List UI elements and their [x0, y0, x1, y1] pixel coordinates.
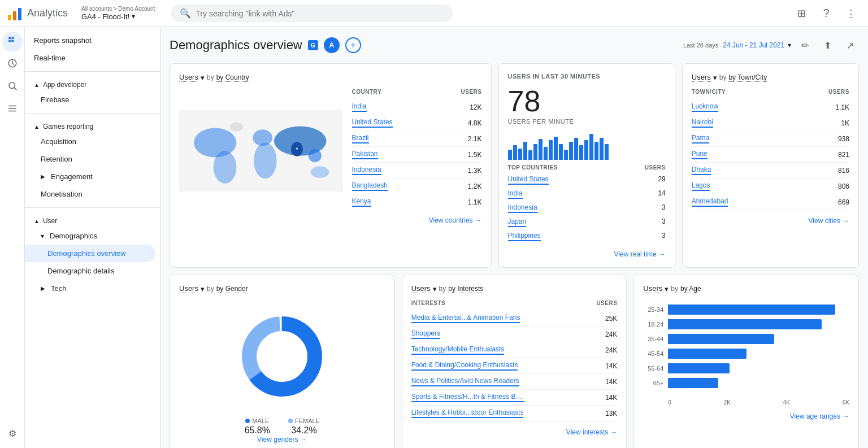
- expand-button[interactable]: ↗: [841, 36, 859, 54]
- age-label: 18-24: [643, 321, 663, 328]
- realtime-country[interactable]: Indonesia: [508, 203, 537, 213]
- town-table-row: Nairobi1K: [692, 115, 849, 131]
- nav-group-user[interactable]: ▲ User: [25, 212, 160, 227]
- svg-rect-3: [8, 37, 11, 39]
- town-name[interactable]: Dhaka: [692, 166, 711, 175]
- sidebar-item-reports-snapshot[interactable]: Reports snapshot: [25, 32, 160, 49]
- more-vert-button[interactable]: ⋮: [841, 3, 861, 24]
- country-name[interactable]: Pakistan: [352, 150, 378, 159]
- country-dimension-label[interactable]: by Country: [216, 73, 249, 82]
- nav-group-app-developer[interactable]: ▲ App developer: [25, 76, 160, 91]
- sidebar-nav: Reports snapshot Real-time ▲ App develop…: [25, 27, 160, 448]
- sidebar-item-engagement[interactable]: ▶ Engagement: [25, 168, 160, 185]
- help-icon-button[interactable]: ?: [816, 3, 836, 24]
- view-genders-link[interactable]: View genders →: [257, 436, 307, 443]
- country-table: COUNTRY USERS India12KUnited States4.8KB…: [352, 89, 482, 224]
- town-name[interactable]: Patna: [692, 134, 709, 143]
- sidebar-item-demographics[interactable]: ▾ Demographics: [25, 227, 160, 245]
- age-bar-row: 45-54: [643, 349, 849, 359]
- age-dimension-label[interactable]: by Age: [680, 285, 701, 293]
- sidebar-icon-list[interactable]: [2, 99, 23, 120]
- country-name[interactable]: Bangladesh: [352, 181, 388, 191]
- town-name[interactable]: Nairobi: [692, 118, 713, 128]
- town-val: 1.1K: [835, 103, 849, 111]
- gender-male-legend: MALE 65.8%: [245, 417, 270, 436]
- sidebar-icon-realtime[interactable]: [2, 54, 23, 75]
- mini-bar: [579, 145, 583, 160]
- interest-name[interactable]: Technology/Mobile Enthusiasts: [411, 345, 505, 355]
- country-name[interactable]: Indonesia: [352, 166, 381, 175]
- town-name[interactable]: Lucknow: [692, 102, 718, 112]
- share-button[interactable]: ⬆: [818, 36, 836, 54]
- cards-row-1: Users ▾ by by Country: [170, 63, 859, 268]
- gender-users-label[interactable]: Users: [179, 284, 198, 293]
- mini-bar: [589, 134, 593, 160]
- search-bar[interactable]: 🔍: [171, 5, 453, 22]
- sidebar-item-tech[interactable]: ▶ Tech: [25, 280, 160, 297]
- nav-divider-2: [25, 113, 160, 114]
- interest-name[interactable]: Shoppers: [411, 329, 440, 339]
- sidebar-item-demographic-details[interactable]: Demographic details: [25, 262, 160, 280]
- svg-rect-0: [8, 15, 11, 20]
- interests-dimension-label[interactable]: by Interests: [448, 285, 483, 293]
- realtime-country[interactable]: Philippines: [508, 232, 541, 241]
- interest-name[interactable]: Sports & Fitness/H...th & Fitness Buffs: [411, 393, 524, 402]
- view-countries-link[interactable]: View countries →: [352, 216, 482, 224]
- gender-dimension-label[interactable]: by Gender: [216, 285, 248, 293]
- interests-users-label[interactable]: Users: [411, 284, 431, 293]
- town-name[interactable]: Ahmedabad: [692, 197, 728, 207]
- grid-icon-button[interactable]: ⊞: [791, 3, 811, 24]
- view-age-ranges-link[interactable]: View age ranges →: [643, 412, 849, 420]
- realtime-country[interactable]: United States: [508, 175, 549, 185]
- age-axis-label: 2K: [724, 399, 731, 406]
- country-users-label[interactable]: Users: [179, 73, 198, 82]
- add-comparison-button[interactable]: +: [345, 37, 361, 53]
- mini-bar: [584, 140, 588, 160]
- sidebar-item-demographics-overview[interactable]: Demographics overview: [25, 245, 155, 262]
- date-range-picker[interactable]: 24 Jun - 21 Jul 2021 ▾: [723, 41, 791, 49]
- interest-name[interactable]: Food & Dining/Cooking Enthusiasts: [411, 361, 518, 371]
- nav-group-games-reporting[interactable]: ▲ Games reporting: [25, 118, 160, 133]
- interest-name[interactable]: Media & Entertai...& Animation Fans: [411, 314, 520, 323]
- sidebar-item-monetisation[interactable]: Monetisation: [25, 185, 160, 203]
- town-name[interactable]: Pune: [692, 150, 708, 159]
- town-card-arrow: ▾: [713, 73, 717, 82]
- search-input[interactable]: [196, 9, 444, 18]
- account-info[interactable]: All accounts > Demo Account GA4 - Flood-…: [81, 6, 155, 21]
- world-map: [179, 89, 343, 224]
- view-interests-link[interactable]: View interests →: [411, 428, 618, 436]
- engagement-expand-arrow: ▶: [41, 173, 45, 180]
- sidebar-icon-search[interactable]: [2, 77, 23, 97]
- town-users-label[interactable]: Users: [692, 73, 711, 82]
- country-name[interactable]: Brazil: [352, 134, 369, 143]
- sidebar-item-retention[interactable]: Retention: [25, 150, 160, 168]
- view-cities-arrow: →: [843, 217, 849, 225]
- sidebar-icon-reports[interactable]: [2, 32, 23, 52]
- country-name[interactable]: India: [352, 102, 367, 112]
- town-name[interactable]: Lagos: [692, 181, 710, 191]
- sidebar-item-acquisition[interactable]: Acquisition: [25, 133, 160, 150]
- country-users: 1.3K: [468, 167, 482, 175]
- interest-val: 24K: [605, 330, 617, 338]
- view-cities-link[interactable]: View cities →: [692, 217, 849, 225]
- realtime-country[interactable]: Japan: [508, 218, 527, 227]
- sidebar-item-realtime[interactable]: Real-time: [25, 49, 160, 67]
- table-row: Kenya1.1K: [352, 194, 482, 210]
- age-users-label[interactable]: Users: [643, 284, 662, 293]
- town-table-rows: Lucknow1.1KNairobi1KPatna938Pune821Dhaka…: [692, 99, 849, 210]
- country-name[interactable]: United States: [352, 118, 393, 128]
- view-interests-arrow: →: [610, 428, 617, 436]
- edit-report-button[interactable]: ✏: [796, 36, 814, 54]
- age-bar-wrap: [668, 319, 849, 329]
- town-dimension-label[interactable]: by Town/City: [728, 73, 767, 82]
- interest-name[interactable]: News & Politics/Avid News Readers: [411, 377, 519, 386]
- country-users: 4.8K: [468, 119, 482, 127]
- view-realtime-link[interactable]: View real time →: [508, 250, 666, 258]
- account-name[interactable]: GA4 - Flood-It! ▾: [81, 12, 155, 21]
- country-name[interactable]: Kenya: [352, 197, 371, 207]
- interest-name[interactable]: Lifestyles & Hobbi...tdoor Enthusiasts: [411, 408, 524, 418]
- sidebar-icon-settings[interactable]: ⚙: [2, 423, 23, 443]
- realtime-country[interactable]: India: [508, 189, 523, 199]
- sidebar-item-firebase[interactable]: Firebase: [25, 91, 160, 108]
- age-bar-wrap: [668, 305, 849, 315]
